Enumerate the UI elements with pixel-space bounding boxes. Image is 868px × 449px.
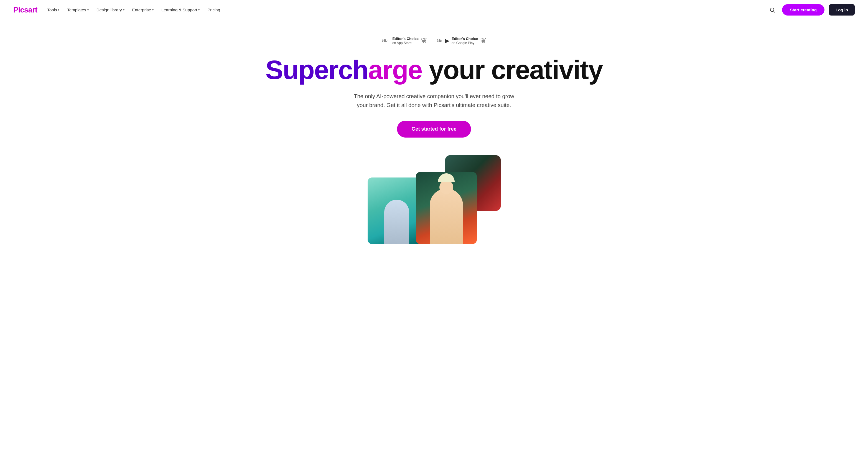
laurel-right-icon: ❦	[421, 37, 427, 44]
chevron-down-icon: ▾	[123, 8, 124, 11]
badge-appstore: ❧ Editor's Choice on App Store ❦	[381, 37, 427, 45]
navbar: Picsart Tools ▾ Templates ▾ Design libra…	[0, 0, 868, 20]
hero-subtitle: The only AI-powered creative companion y…	[348, 92, 520, 110]
start-creating-button[interactable]: Start creating	[782, 4, 825, 16]
woman-figure	[384, 200, 409, 244]
headline-superch: Superch	[266, 55, 368, 85]
badge-googleplay: ❧ ▶ Editor's Choice on Google Play ❦	[436, 37, 487, 45]
badge-googleplay-sub: on Google Play	[452, 41, 474, 45]
badge-appstore-sub: on App Store	[392, 41, 411, 45]
person-figure	[430, 188, 463, 244]
hat-figure	[438, 173, 455, 182]
logo[interactable]: Picsart	[13, 5, 37, 14]
nav-item-tools[interactable]: Tools ▾	[47, 7, 59, 12]
svg-point-0	[770, 8, 774, 11]
hero-headline: Supercharge your creativity	[266, 56, 603, 84]
svg-line-1	[773, 11, 775, 12]
badge-appstore-title: Editor's Choice	[392, 37, 418, 41]
play-icon: ▶	[445, 37, 450, 44]
chevron-down-icon: ▾	[198, 8, 199, 11]
nav-left: Picsart Tools ▾ Templates ▾ Design libra…	[13, 5, 220, 14]
preview-area	[368, 155, 501, 244]
search-icon	[769, 7, 775, 13]
nav-right: Start creating Log in	[767, 4, 855, 16]
badge-googleplay-text: Editor's Choice on Google Play	[452, 37, 478, 45]
nav-links: Tools ▾ Templates ▾ Design library ▾ Ent…	[47, 7, 220, 12]
search-button[interactable]	[767, 5, 778, 15]
laurel-right-icon: ❦	[480, 37, 487, 44]
laurel-left-icon: ❧	[381, 37, 388, 44]
nav-item-learning-support[interactable]: Learning & Support ▾	[161, 7, 199, 12]
cta-button[interactable]: Get started for free	[397, 121, 471, 138]
headline-arge: arge	[368, 55, 422, 85]
nav-item-design-library[interactable]: Design library ▾	[96, 7, 124, 12]
nav-item-templates[interactable]: Templates ▾	[67, 7, 88, 12]
badge-appstore-text: Editor's Choice on App Store	[392, 37, 418, 45]
chevron-down-icon: ▾	[58, 8, 59, 11]
chevron-down-icon: ▾	[87, 8, 89, 11]
nav-item-pricing[interactable]: Pricing	[207, 7, 220, 12]
laurel-left-icon: ❧	[436, 37, 442, 44]
chevron-down-icon: ▾	[152, 8, 154, 11]
login-button[interactable]: Log in	[829, 4, 855, 16]
preview-card-front	[416, 172, 477, 244]
badge-googleplay-title: Editor's Choice	[452, 37, 478, 41]
hero-section: ❧ Editor's Choice on App Store ❦ ❧ ▶ Edi…	[0, 20, 868, 244]
nav-item-enterprise[interactable]: Enterprise ▾	[132, 7, 154, 12]
awards-badges: ❧ Editor's Choice on App Store ❦ ❧ ▶ Edi…	[381, 37, 487, 45]
headline-rest: your creativity	[422, 55, 602, 85]
